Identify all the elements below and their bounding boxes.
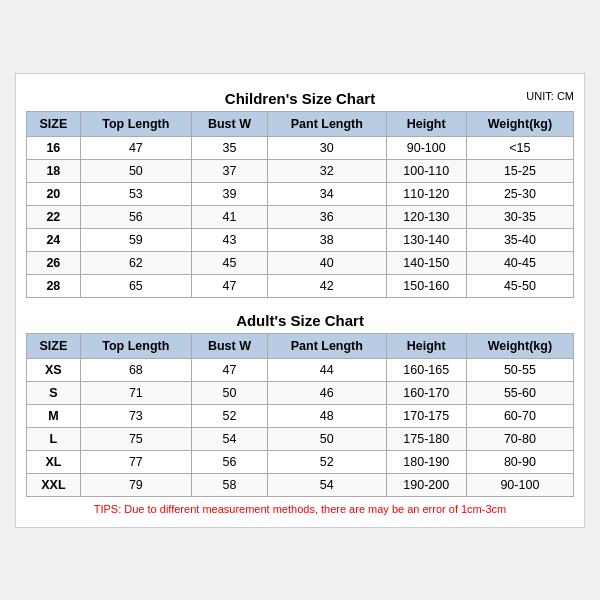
table-cell: 150-160 xyxy=(386,274,466,297)
table-cell: 16 xyxy=(27,136,81,159)
table-cell: 56 xyxy=(191,450,267,473)
table-cell: 56 xyxy=(80,205,191,228)
adults-title: Adult's Size Chart xyxy=(26,306,574,333)
table-cell: 54 xyxy=(191,427,267,450)
table-row: 28654742150-16045-50 xyxy=(27,274,574,297)
table-row: XXL795854190-20090-100 xyxy=(27,473,574,496)
table-cell: 44 xyxy=(267,358,386,381)
table-cell: 24 xyxy=(27,228,81,251)
table-cell: 22 xyxy=(27,205,81,228)
table-cell: 47 xyxy=(80,136,191,159)
table-cell: 39 xyxy=(191,182,267,205)
table-cell: 180-190 xyxy=(386,450,466,473)
table-cell: 75 xyxy=(80,427,191,450)
table-cell: 77 xyxy=(80,450,191,473)
table-cell: 80-90 xyxy=(466,450,573,473)
table-cell: M xyxy=(27,404,81,427)
table-cell: 47 xyxy=(191,358,267,381)
children-header-row: SIZE Top Length Bust W Pant Length Heigh… xyxy=(27,111,574,136)
table-row: S715046160-17055-60 xyxy=(27,381,574,404)
table-cell: 50 xyxy=(191,381,267,404)
children-title: Children's Size Chart UNIT: CM xyxy=(26,84,574,111)
table-cell: 32 xyxy=(267,159,386,182)
table-cell: 45-50 xyxy=(466,274,573,297)
adults-table: SIZE Top Length Bust W Pant Length Heigh… xyxy=(26,333,574,497)
table-cell: 62 xyxy=(80,251,191,274)
table-cell: 18 xyxy=(27,159,81,182)
table-cell: 110-120 xyxy=(386,182,466,205)
table-cell: 35 xyxy=(191,136,267,159)
table-cell: 120-130 xyxy=(386,205,466,228)
table-row: 22564136120-13030-35 xyxy=(27,205,574,228)
table-cell: 52 xyxy=(267,450,386,473)
table-cell: 170-175 xyxy=(386,404,466,427)
table-row: XS684744160-16550-55 xyxy=(27,358,574,381)
table-cell: 45 xyxy=(191,251,267,274)
table-cell: 65 xyxy=(80,274,191,297)
table-cell: 59 xyxy=(80,228,191,251)
table-row: L755450175-18070-80 xyxy=(27,427,574,450)
table-cell: 40 xyxy=(267,251,386,274)
table-cell: 100-110 xyxy=(386,159,466,182)
table-cell: 30-35 xyxy=(466,205,573,228)
table-cell: 160-165 xyxy=(386,358,466,381)
table-cell: 28 xyxy=(27,274,81,297)
col-size: SIZE xyxy=(27,111,81,136)
table-cell: 55-60 xyxy=(466,381,573,404)
table-cell: XL xyxy=(27,450,81,473)
table-cell: 68 xyxy=(80,358,191,381)
col-top-length: Top Length xyxy=(80,111,191,136)
table-cell: 37 xyxy=(191,159,267,182)
table-cell: 26 xyxy=(27,251,81,274)
table-cell: 58 xyxy=(191,473,267,496)
table-cell: 53 xyxy=(80,182,191,205)
table-cell: 40-45 xyxy=(466,251,573,274)
children-title-text: Children's Size Chart xyxy=(225,90,375,107)
table-cell: 36 xyxy=(267,205,386,228)
table-row: XL775652180-19080-90 xyxy=(27,450,574,473)
table-cell: 90-100 xyxy=(386,136,466,159)
chart-container: Children's Size Chart UNIT: CM SIZE Top … xyxy=(15,73,585,528)
col-weight: Weight(kg) xyxy=(466,333,573,358)
table-cell: 140-150 xyxy=(386,251,466,274)
col-height: Height xyxy=(386,333,466,358)
table-row: M735248170-17560-70 xyxy=(27,404,574,427)
table-cell: 43 xyxy=(191,228,267,251)
table-cell: L xyxy=(27,427,81,450)
table-cell: 35-40 xyxy=(466,228,573,251)
col-bust-w: Bust W xyxy=(191,111,267,136)
table-cell: 50-55 xyxy=(466,358,573,381)
table-cell: S xyxy=(27,381,81,404)
table-row: 26624540140-15040-45 xyxy=(27,251,574,274)
table-cell: 20 xyxy=(27,182,81,205)
table-cell: 46 xyxy=(267,381,386,404)
table-cell: XS xyxy=(27,358,81,381)
col-pant-length: Pant Length xyxy=(267,333,386,358)
table-cell: 70-80 xyxy=(466,427,573,450)
table-row: 1647353090-100<15 xyxy=(27,136,574,159)
tips-text: TIPS: Due to different measurement metho… xyxy=(26,497,574,517)
table-cell: 15-25 xyxy=(466,159,573,182)
table-cell: 90-100 xyxy=(466,473,573,496)
col-pant-length: Pant Length xyxy=(267,111,386,136)
col-top-length: Top Length xyxy=(80,333,191,358)
table-cell: 190-200 xyxy=(386,473,466,496)
adults-header-row: SIZE Top Length Bust W Pant Length Heigh… xyxy=(27,333,574,358)
table-cell: 130-140 xyxy=(386,228,466,251)
table-cell: 50 xyxy=(80,159,191,182)
table-cell: 160-170 xyxy=(386,381,466,404)
table-cell: 25-30 xyxy=(466,182,573,205)
table-cell: 41 xyxy=(191,205,267,228)
adults-title-text: Adult's Size Chart xyxy=(236,312,364,329)
table-cell: 50 xyxy=(267,427,386,450)
table-cell: <15 xyxy=(466,136,573,159)
table-cell: 38 xyxy=(267,228,386,251)
table-row: 20533934110-12025-30 xyxy=(27,182,574,205)
unit-label: UNIT: CM xyxy=(526,90,574,102)
table-row: 24594338130-14035-40 xyxy=(27,228,574,251)
table-cell: 71 xyxy=(80,381,191,404)
table-cell: 34 xyxy=(267,182,386,205)
children-table: SIZE Top Length Bust W Pant Length Heigh… xyxy=(26,111,574,298)
col-height: Height xyxy=(386,111,466,136)
table-cell: 79 xyxy=(80,473,191,496)
